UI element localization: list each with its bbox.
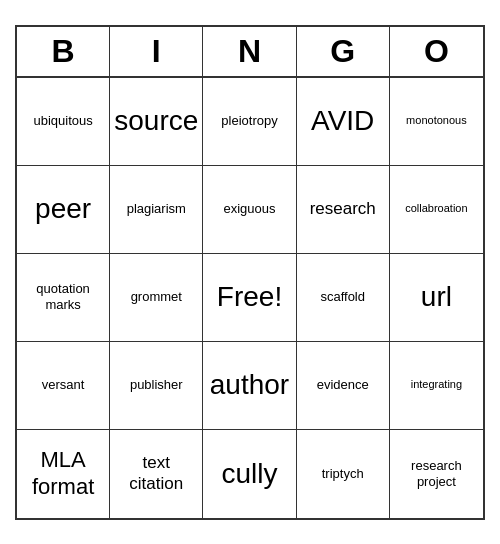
bingo-cell-23: triptych: [297, 430, 390, 518]
bingo-cell-18: evidence: [297, 342, 390, 430]
bingo-cell-17: author: [203, 342, 296, 430]
bingo-cell-5: peer: [17, 166, 110, 254]
bingo-cell-7: exiguous: [203, 166, 296, 254]
cell-text-18: evidence: [317, 377, 369, 393]
bingo-cell-11: grommet: [110, 254, 203, 342]
cell-text-4: monotonous: [406, 114, 467, 127]
bingo-cell-10: quotation marks: [17, 254, 110, 342]
cell-text-2: pleiotropy: [221, 113, 277, 129]
cell-text-7: exiguous: [223, 201, 275, 217]
bingo-cell-22: cully: [203, 430, 296, 518]
cell-text-20: MLA format: [21, 447, 105, 500]
cell-text-12: Free!: [217, 280, 282, 314]
bingo-cell-4: monotonous: [390, 78, 483, 166]
header-letter-i: I: [110, 27, 203, 76]
bingo-cell-21: text citation: [110, 430, 203, 518]
bingo-cell-0: ubiquitous: [17, 78, 110, 166]
bingo-cell-1: source: [110, 78, 203, 166]
bingo-card: BINGO ubiquitoussourcepleiotropyAVIDmono…: [15, 25, 485, 520]
cell-text-23: triptych: [322, 466, 364, 482]
cell-text-16: publisher: [130, 377, 183, 393]
cell-text-24: research project: [394, 458, 479, 489]
header-letter-g: G: [297, 27, 390, 76]
cell-text-10: quotation marks: [21, 281, 105, 312]
cell-text-19: integrating: [411, 378, 462, 391]
cell-text-5: peer: [35, 192, 91, 226]
cell-text-14: url: [421, 280, 452, 314]
bingo-cell-8: research: [297, 166, 390, 254]
bingo-cell-6: plagiarism: [110, 166, 203, 254]
cell-text-9: collabroation: [405, 202, 467, 215]
bingo-cell-20: MLA format: [17, 430, 110, 518]
header-letter-n: N: [203, 27, 296, 76]
bingo-header: BINGO: [17, 27, 483, 78]
cell-text-3: AVID: [311, 104, 374, 138]
cell-text-13: scaffold: [320, 289, 365, 305]
bingo-grid: ubiquitoussourcepleiotropyAVIDmonotonous…: [17, 78, 483, 518]
bingo-cell-13: scaffold: [297, 254, 390, 342]
bingo-cell-24: research project: [390, 430, 483, 518]
bingo-cell-12: Free!: [203, 254, 296, 342]
bingo-cell-2: pleiotropy: [203, 78, 296, 166]
header-letter-o: O: [390, 27, 483, 76]
bingo-cell-16: publisher: [110, 342, 203, 430]
bingo-cell-19: integrating: [390, 342, 483, 430]
cell-text-15: versant: [42, 377, 85, 393]
cell-text-11: grommet: [131, 289, 182, 305]
bingo-cell-3: AVID: [297, 78, 390, 166]
cell-text-21: text citation: [114, 453, 198, 494]
bingo-cell-15: versant: [17, 342, 110, 430]
cell-text-8: research: [310, 199, 376, 219]
cell-text-17: author: [210, 368, 289, 402]
header-letter-b: B: [17, 27, 110, 76]
bingo-cell-14: url: [390, 254, 483, 342]
bingo-cell-9: collabroation: [390, 166, 483, 254]
cell-text-22: cully: [221, 457, 277, 491]
cell-text-0: ubiquitous: [33, 113, 92, 129]
cell-text-6: plagiarism: [127, 201, 186, 217]
cell-text-1: source: [114, 104, 198, 138]
